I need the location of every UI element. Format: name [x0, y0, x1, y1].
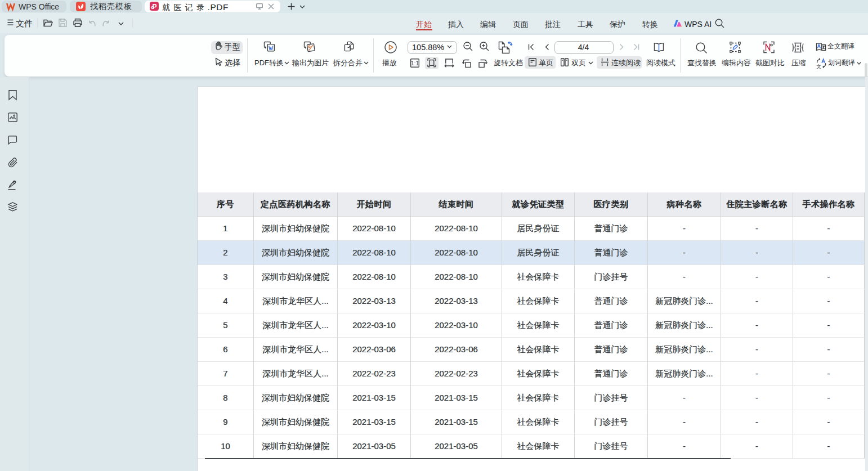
svg-text:1:1: 1:1 [411, 60, 419, 66]
svg-text:文: 文 [816, 64, 821, 69]
